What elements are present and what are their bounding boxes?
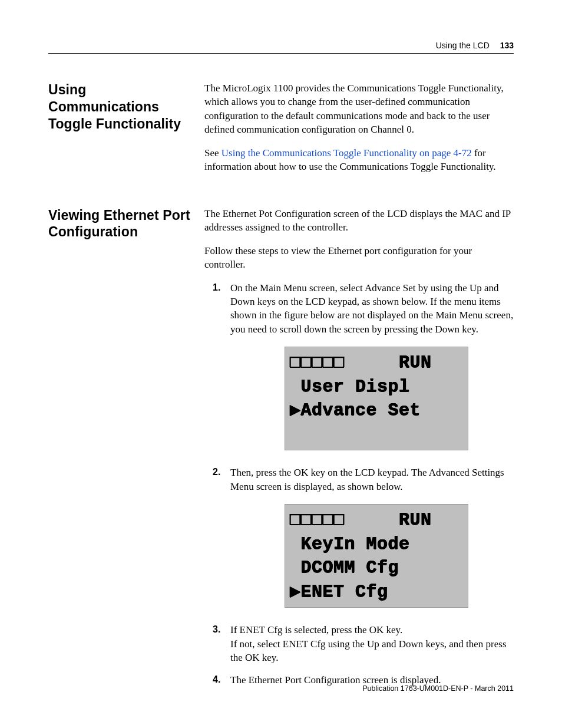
paragraph: Follow these steps to view the Ethernet … (204, 244, 514, 272)
link-prefix: See (204, 147, 222, 159)
list-item: 1 On the Main Menu screen, select Advanc… (204, 281, 514, 451)
section-using-comms-toggle: Using Communications Toggle Functionalit… (48, 81, 514, 174)
section-body: The MicroLogix 1100 provides the Communi… (204, 81, 514, 174)
step-number: 1 (213, 281, 220, 294)
step-number: 3 (213, 623, 220, 636)
lcd-line: □□□□□ RUN (290, 508, 463, 532)
lcd-line: KeyIn Mode (290, 532, 463, 556)
running-footer: Publication 1763-UM001D-EN-P - March 201… (362, 684, 514, 694)
lcd-screen: □□□□□ RUN KeyIn Mode DCOMM Cfg ▶ENET Cfg (285, 504, 468, 608)
paragraph: See Using the Communications Toggle Func… (204, 146, 514, 174)
lcd-screen: □□□□□ RUN User Displ ▶Advance Set (285, 347, 468, 450)
step-number: 4 (213, 673, 220, 686)
lcd-line: ▶ENET Cfg (290, 580, 463, 604)
section-heading: Viewing Ethernet Port Configuration (48, 207, 193, 241)
lcd-line (290, 423, 463, 447)
list-item: 3 If ENET Cfg is selected, press the OK … (204, 623, 514, 664)
paragraph: The MicroLogix 1100 provides the Communi… (204, 81, 514, 137)
lcd-line: User Displ (290, 375, 463, 399)
lcd-line: DCOMM Cfg (290, 556, 463, 580)
section-body: The Ethernet Pot Configuration screen of… (204, 207, 514, 687)
step-text: If ENET Cfg is selected, press the OK ke… (230, 624, 402, 635)
step-text: On the Main Menu screen, select Advance … (230, 282, 513, 335)
xref-link[interactable]: Using the Communications Toggle Function… (222, 147, 472, 159)
lcd-figure: □□□□□ RUN User Displ ▶Advance Set (285, 347, 514, 450)
lcd-line: □□□□□ RUN (290, 351, 463, 375)
step-list: 1 On the Main Menu screen, select Advanc… (204, 281, 514, 687)
lcd-figure: □□□□□ RUN KeyIn Mode DCOMM Cfg ▶ENET Cfg (285, 504, 514, 608)
lcd-line: ▶Advance Set (290, 398, 463, 423)
page-number: 133 (500, 41, 514, 50)
running-header: Using the LCD 133 (48, 40, 514, 51)
paragraph: The Ethernet Pot Configuration screen of… (204, 207, 514, 235)
step-number: 2 (213, 466, 220, 479)
step-text: If not, select ENET Cfg using the Up and… (230, 638, 507, 663)
list-item: 2 Then, press the OK key on the LCD keyp… (204, 466, 514, 608)
header-section: Using the LCD (436, 41, 490, 50)
header-rule (48, 53, 514, 54)
section-heading: Using Communications Toggle Functionalit… (48, 81, 193, 132)
page: Using the LCD 133 Using Communications T… (0, 0, 562, 728)
step-text: Then, press the OK key on the LCD keypad… (230, 467, 504, 492)
section-viewing-ethernet: Viewing Ethernet Port Configuration The … (48, 207, 514, 687)
